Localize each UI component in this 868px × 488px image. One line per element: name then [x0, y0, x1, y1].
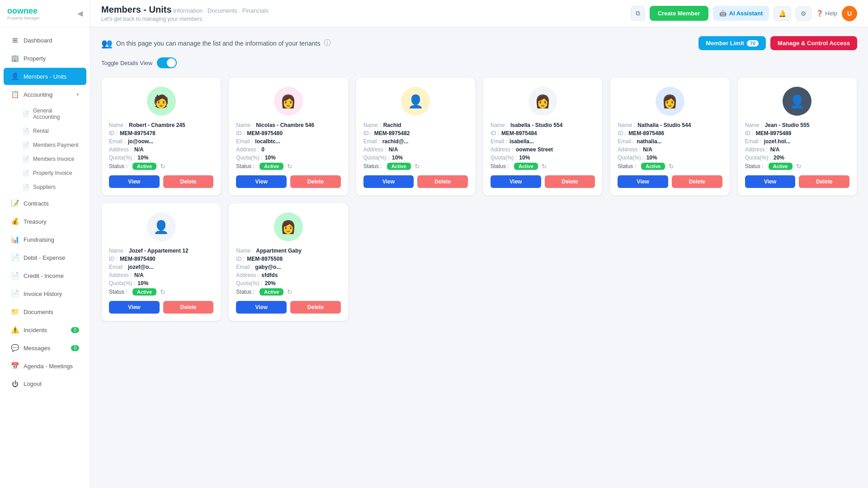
- member-address: N/A: [134, 272, 144, 278]
- refresh-icon[interactable]: ↻: [669, 163, 674, 170]
- sidebar-item-general-accounting[interactable]: 📄 General Accounting: [4, 104, 86, 124]
- address-label: Address :: [236, 146, 260, 153]
- name-label: Name :: [109, 248, 128, 254]
- sidebar-item-rental[interactable]: 📄 Rental: [4, 124, 86, 138]
- sidebar-nav: ⊞ Dashboard 🏢 Property 👤 Members - Units…: [0, 27, 90, 488]
- member-quota-row: Quota(%) : 10%: [109, 280, 213, 286]
- sidebar-item-label: Members Payment: [33, 142, 79, 148]
- quota-label: Quota(%) :: [363, 155, 391, 161]
- member-quota-row: Quota(%) : 20%: [745, 155, 849, 161]
- member-card: 👤 Name : Jean - Studio 555 ID : MEM-8975…: [737, 77, 857, 196]
- details-view-toggle[interactable]: [157, 57, 177, 68]
- sidebar-item-label: Documents: [24, 309, 79, 315]
- sidebar-item-members-invoice[interactable]: 📄 Members Invoice: [4, 152, 86, 166]
- view-button[interactable]: View: [109, 301, 160, 314]
- member-address: 0: [261, 146, 264, 153]
- member-avatar: 👤: [783, 87, 811, 116]
- refresh-icon[interactable]: ↻: [287, 288, 292, 296]
- notifications-button[interactable]: 🔔: [774, 6, 791, 21]
- member-info: Name : Nicolas - Chambre 546 ID : MEM-89…: [236, 122, 340, 188]
- delete-button[interactable]: Delete: [799, 175, 849, 188]
- member-limit-badge: 70: [747, 40, 759, 47]
- member-card: 👩 Name : Nathalia - Studio 544 ID : MEM-…: [610, 77, 730, 196]
- sidebar-item-dashboard[interactable]: ⊞ Dashboard: [4, 32, 86, 49]
- topbar-subtitle: Let's get back to managing your members.: [101, 16, 625, 22]
- delete-button[interactable]: Delete: [290, 175, 341, 188]
- sidebar-item-incidents[interactable]: ⚠️ Incidents 0: [4, 321, 86, 338]
- status-badge: Active: [769, 163, 793, 170]
- member-name-row: Name : Rachid: [363, 122, 468, 128]
- delete-button[interactable]: Delete: [163, 301, 214, 314]
- view-button[interactable]: View: [109, 175, 160, 188]
- refresh-icon[interactable]: ↻: [287, 163, 292, 170]
- delete-button[interactable]: Delete: [163, 175, 214, 188]
- sidebar-item-label: Rental: [33, 128, 49, 134]
- quota-label: Quota(%) :: [109, 280, 137, 286]
- member-id-row: ID : MEM-8975480: [236, 130, 340, 136]
- user-avatar[interactable]: U: [842, 6, 857, 21]
- view-button[interactable]: View: [236, 175, 287, 188]
- member-quota-row: Quota(%) : 10%: [618, 155, 722, 161]
- sidebar-item-treasury[interactable]: 💰 Treasury: [4, 213, 86, 230]
- sidebar-item-credit-income[interactable]: 📄 Credit - Income: [4, 267, 86, 284]
- member-quota-row: Quota(%) : 10%: [491, 155, 595, 161]
- view-button[interactable]: View: [491, 175, 541, 188]
- view-button[interactable]: View: [363, 175, 414, 188]
- manage-access-button[interactable]: Manage & Control Access: [770, 36, 857, 50]
- page-info-right: Member Limit 70 Manage & Control Access: [698, 36, 857, 50]
- card-actions: View Delete: [109, 301, 213, 314]
- ai-assistant-button[interactable]: 🤖 AI Assistant: [713, 6, 769, 21]
- sidebar-item-documents[interactable]: 📁 Documents: [4, 303, 86, 320]
- sidebar-item-fundraising[interactable]: 📊 Fundraising: [4, 231, 86, 248]
- sidebar-item-property[interactable]: 🏢 Property: [4, 50, 86, 67]
- member-name: Nicolas - Chambre 546: [256, 122, 314, 128]
- member-address: N/A: [770, 146, 780, 153]
- sidebar-item-members-payment[interactable]: 📄 Members Payment: [4, 138, 86, 152]
- sidebar-item-messages[interactable]: 💬 Messages 0: [4, 339, 86, 357]
- refresh-icon[interactable]: ↻: [542, 163, 547, 170]
- member-status-row: Status : Active ↻: [363, 163, 468, 170]
- refresh-icon[interactable]: ↻: [415, 163, 420, 170]
- settings-button[interactable]: ⚙: [796, 6, 811, 21]
- doc-icon: 📄: [23, 156, 29, 162]
- sidebar-item-logout[interactable]: ⏻ Logout: [4, 375, 86, 392]
- member-name-row: Name : Nathalia - Studio 544: [618, 122, 722, 128]
- sidebar-item-suppliers[interactable]: 📄 Suppliers: [4, 180, 86, 194]
- help-button[interactable]: ❓ Help: [816, 10, 837, 17]
- sidebar-item-label: Accounting: [24, 91, 76, 98]
- member-avatar: 👤: [401, 87, 430, 116]
- delete-button[interactable]: Delete: [290, 301, 341, 314]
- refresh-icon[interactable]: ↻: [160, 163, 165, 170]
- member-quota-row: Quota(%) : 10%: [363, 155, 468, 161]
- member-name-row: Name : Jozef - Appartement 12: [109, 248, 213, 254]
- sidebar-item-debit-expense[interactable]: 📄 Debit - Expense: [4, 249, 86, 266]
- collapse-button[interactable]: ◀: [77, 9, 83, 18]
- email-label: Email :: [236, 138, 254, 145]
- delete-button[interactable]: Delete: [545, 175, 595, 188]
- status-label: Status :: [236, 163, 256, 169]
- delete-button[interactable]: Delete: [417, 175, 468, 188]
- sidebar-item-label: Property: [24, 55, 79, 62]
- status-badge: Active: [387, 163, 411, 170]
- sidebar-item-property-invoice[interactable]: 📄 Property Invoice: [4, 166, 86, 180]
- sidebar-item-agenda[interactable]: 📅 Agenda - Meetings: [4, 357, 86, 375]
- view-button[interactable]: View: [618, 175, 668, 188]
- sidebar-item-invoice-history[interactable]: 📄 Invoice History: [4, 285, 86, 302]
- member-card: 🧑 Name : Robert - Chambre 245 ID : MEM-8…: [101, 77, 221, 196]
- incidents-badge: 0: [71, 327, 79, 333]
- member-limit-button[interactable]: Member Limit 70: [698, 36, 766, 50]
- refresh-icon[interactable]: ↻: [160, 288, 165, 296]
- create-member-button[interactable]: Create Member: [650, 6, 708, 21]
- refresh-icon[interactable]: ↻: [796, 163, 802, 170]
- sidebar-item-contracts[interactable]: 📝 Contracts: [4, 195, 86, 212]
- view-button[interactable]: View: [236, 301, 287, 314]
- delete-button[interactable]: Delete: [672, 175, 722, 188]
- page-info-text: On this page you can manage the list and…: [116, 40, 320, 47]
- copy-button[interactable]: ⧉: [631, 6, 645, 21]
- sidebar-item-members-units[interactable]: 👤 Members - Units: [4, 68, 86, 85]
- messages-icon: 💬: [11, 344, 19, 352]
- member-quota-row: Quota(%) : 20%: [236, 280, 340, 286]
- member-name-row: Name : Appartment Gaby: [236, 248, 340, 254]
- view-button[interactable]: View: [745, 175, 796, 188]
- sidebar-item-accounting[interactable]: 📋 Accounting ▾: [4, 86, 86, 103]
